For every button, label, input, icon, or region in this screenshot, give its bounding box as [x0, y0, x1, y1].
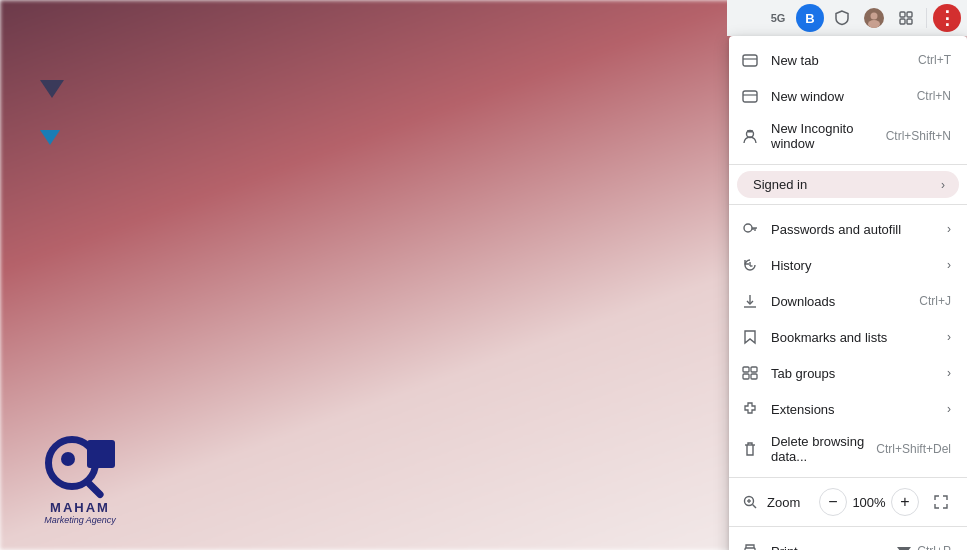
print-label: Print...	[771, 544, 881, 551]
svg-rect-24	[743, 374, 749, 379]
tab-groups-arrow: ›	[947, 366, 951, 380]
new-tab-shortcut: Ctrl+T	[918, 53, 951, 67]
menu-item-delete-browsing[interactable]: Delete browsing data... Ctrl+Shift+Del	[729, 427, 967, 471]
svg-point-1	[871, 13, 878, 20]
zoom-fullscreen-button[interactable]	[927, 488, 955, 516]
svg-rect-23	[751, 367, 757, 372]
svg-rect-22	[743, 367, 749, 372]
new-tab-label: New tab	[771, 53, 906, 68]
dropdown-arrow-dark	[40, 80, 64, 98]
downloads-shortcut: Ctrl+J	[919, 294, 951, 308]
svg-rect-5	[900, 19, 905, 24]
svg-line-27	[753, 505, 757, 509]
print-shortcut: Ctrl+P	[917, 544, 951, 550]
zoom-row: Zoom − 100% +	[729, 484, 967, 520]
svg-point-2	[868, 20, 880, 28]
svg-rect-7	[743, 55, 757, 66]
svg-marker-21	[745, 331, 755, 343]
dropdown-arrow-blue	[40, 130, 60, 145]
signed-in-button[interactable]: Signed in ›	[737, 171, 959, 198]
history-icon	[741, 256, 759, 274]
chrome-dropdown-menu: New tab Ctrl+T New window Ctrl+N New Inc…	[729, 36, 967, 550]
extension-toolbar-icon[interactable]	[892, 4, 920, 32]
menu-item-extensions[interactable]: Extensions ›	[729, 391, 967, 427]
password-icon	[741, 220, 759, 238]
5g-toolbar-icon[interactable]: 5G	[764, 4, 792, 32]
print-icon	[741, 542, 759, 550]
menu-item-passwords[interactable]: Passwords and autofill ›	[729, 211, 967, 247]
logo-text-sub: Marketing Agency	[44, 515, 116, 525]
bookmarks-label: Bookmarks and lists	[771, 330, 935, 345]
svg-point-13	[744, 224, 752, 232]
toolbar-divider	[926, 8, 927, 28]
new-window-icon	[741, 87, 759, 105]
signed-in-label: Signed in	[753, 177, 807, 192]
passwords-label: Passwords and autofill	[771, 222, 935, 237]
profile-toolbar-icon[interactable]	[860, 4, 888, 32]
zoom-label: Zoom	[767, 495, 811, 510]
tab-groups-label: Tab groups	[771, 366, 935, 381]
svg-rect-12	[747, 130, 753, 133]
menu-item-tab-groups[interactable]: Tab groups ›	[729, 355, 967, 391]
svg-rect-25	[751, 374, 757, 379]
incognito-icon	[741, 127, 759, 145]
menu-item-print[interactable]: Print... Ctrl+P	[729, 533, 967, 550]
new-incognito-shortcut: Ctrl+Shift+N	[886, 129, 951, 143]
menu-item-new-incognito[interactable]: New Incognito window Ctrl+Shift+N	[729, 114, 967, 158]
zoom-icon	[741, 493, 759, 511]
svg-rect-6	[907, 19, 912, 24]
delete-browsing-shortcut: Ctrl+Shift+Del	[876, 442, 951, 456]
menu-item-bookmarks[interactable]: Bookmarks and lists ›	[729, 319, 967, 355]
extensions-icon	[741, 400, 759, 418]
new-window-label: New window	[771, 89, 905, 104]
svg-rect-4	[907, 12, 912, 17]
menu-item-history[interactable]: History ›	[729, 247, 967, 283]
zoom-minus-button[interactable]: −	[819, 488, 847, 516]
chrome-menu-button[interactable]: ⋮	[933, 4, 961, 32]
chrome-toolbar: 5G B ⋮	[727, 0, 967, 36]
history-arrow: ›	[947, 258, 951, 272]
zoom-value: 100%	[851, 495, 887, 510]
svg-rect-9	[743, 91, 757, 102]
new-incognito-label: New Incognito window	[771, 121, 874, 151]
download-icon	[741, 292, 759, 310]
print-dropdown-arrow	[897, 547, 911, 551]
divider-4	[729, 526, 967, 527]
new-tab-icon	[741, 51, 759, 69]
divider-1	[729, 164, 967, 165]
extensions-label: Extensions	[771, 402, 935, 417]
signed-in-arrow: ›	[941, 178, 945, 192]
menu-item-new-window[interactable]: New window Ctrl+N	[729, 78, 967, 114]
delete-browsing-label: Delete browsing data...	[771, 434, 864, 464]
bookmark-icon	[741, 328, 759, 346]
menu-item-new-tab[interactable]: New tab Ctrl+T	[729, 42, 967, 78]
divider-3	[729, 477, 967, 478]
menu-item-downloads[interactable]: Downloads Ctrl+J	[729, 283, 967, 319]
tab-groups-icon	[741, 364, 759, 382]
logo-area: MAHAM Marketing Agency	[20, 430, 140, 530]
brave-toolbar-icon[interactable]: B	[796, 4, 824, 32]
history-label: History	[771, 258, 935, 273]
passwords-arrow: ›	[947, 222, 951, 236]
delete-icon	[741, 440, 759, 458]
logo-text-main: MAHAM	[50, 500, 110, 515]
svg-rect-3	[900, 12, 905, 17]
extensions-arrow: ›	[947, 402, 951, 416]
zoom-controls: − 100% +	[819, 488, 919, 516]
divider-2	[729, 204, 967, 205]
shield-toolbar-icon[interactable]	[828, 4, 856, 32]
bookmarks-arrow: ›	[947, 330, 951, 344]
new-window-shortcut: Ctrl+N	[917, 89, 951, 103]
downloads-label: Downloads	[771, 294, 907, 309]
zoom-plus-button[interactable]: +	[891, 488, 919, 516]
